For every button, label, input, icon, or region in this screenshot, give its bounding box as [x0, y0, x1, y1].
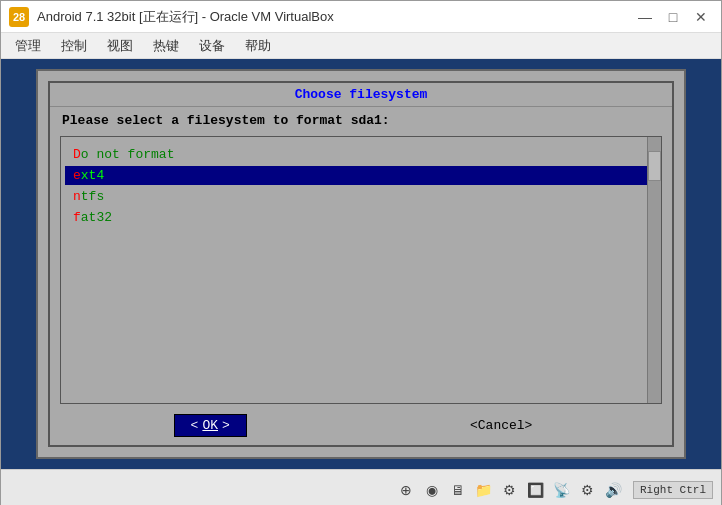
taskbar: ⊕ ◉ 🖥 📁 ⚙ 🔲 📡 ⚙ 🔊 Right Ctrl [1, 469, 721, 505]
list-item-rest-3: at32 [81, 210, 112, 225]
cancel-button[interactable]: <Cancel> [454, 415, 548, 436]
list-item-first-char-3: f [73, 210, 81, 225]
dialog-title: Choose filesystem [50, 83, 672, 107]
taskbar-icon-6[interactable]: 🔲 [525, 479, 547, 501]
menu-item-管理[interactable]: 管理 [5, 34, 51, 58]
taskbar-icon-2[interactable]: ◉ [421, 479, 443, 501]
taskbar-icon-9[interactable]: 🔊 [603, 479, 625, 501]
window-title: Android 7.1 32bit [正在运行] - Oracle VM Vir… [37, 8, 633, 26]
list-item-first-char-1: e [73, 168, 81, 183]
title-bar: 28 Android 7.1 32bit [正在运行] - Oracle VM … [1, 1, 721, 33]
list-item-2[interactable]: ntfs [65, 187, 657, 206]
list-item-0[interactable]: Do not format [65, 145, 657, 164]
menu-item-热键[interactable]: 热键 [143, 34, 189, 58]
ok-button[interactable]: < OK > [174, 414, 247, 437]
taskbar-icon-5[interactable]: ⚙ [499, 479, 521, 501]
menu-item-视图[interactable]: 视图 [97, 34, 143, 58]
menu-item-设备[interactable]: 设备 [189, 34, 235, 58]
ok-arrow-right: > [222, 418, 230, 433]
minimize-button[interactable]: — [633, 7, 657, 27]
taskbar-icon-8[interactable]: ⚙ [577, 479, 599, 501]
ok-label: OK [202, 418, 218, 433]
list-item-rest-1: xt4 [81, 168, 104, 183]
filesystem-dialog: Choose filesystem Please select a filesy… [48, 81, 674, 447]
taskbar-icon-1[interactable]: ⊕ [395, 479, 417, 501]
filesystem-list-container: Do not formatext4ntfsfat32 [60, 136, 662, 404]
list-item-rest-0: o not format [81, 147, 175, 162]
dialog-subtitle: Please select a filesystem to format sda… [50, 107, 672, 134]
vm-area: Choose filesystem Please select a filesy… [1, 59, 721, 469]
scrollbar-thumb[interactable] [648, 151, 661, 181]
taskbar-icon-4[interactable]: 📁 [473, 479, 495, 501]
ok-arrow-left: < [191, 418, 199, 433]
taskbar-icon-7[interactable]: 📡 [551, 479, 573, 501]
window-controls: — □ ✕ [633, 7, 713, 27]
taskbar-icon-3[interactable]: 🖥 [447, 479, 469, 501]
vm-screen: Choose filesystem Please select a filesy… [36, 69, 686, 459]
menu-bar: 管理控制视图热键设备帮助 [1, 33, 721, 59]
taskbar-icons: ⊕ ◉ 🖥 📁 ⚙ 🔲 📡 ⚙ 🔊 Right Ctrl [395, 479, 713, 501]
dialog-buttons: < OK > <Cancel> [50, 406, 672, 445]
main-window: 28 Android 7.1 32bit [正在运行] - Oracle VM … [0, 0, 722, 505]
list-item-3[interactable]: fat32 [65, 208, 657, 227]
close-button[interactable]: ✕ [689, 7, 713, 27]
app-icon: 28 [9, 7, 29, 27]
list-item-1[interactable]: ext4 [65, 166, 657, 185]
maximize-button[interactable]: □ [661, 7, 685, 27]
menu-item-控制[interactable]: 控制 [51, 34, 97, 58]
filesystem-list: Do not formatext4ntfsfat32 [61, 137, 661, 235]
menu-item-帮助[interactable]: 帮助 [235, 34, 281, 58]
right-ctrl-label: Right Ctrl [633, 481, 713, 499]
list-item-rest-2: tfs [81, 189, 104, 204]
list-item-first-char-2: n [73, 189, 81, 204]
list-scrollbar[interactable] [647, 137, 661, 403]
list-item-first-char-0: D [73, 147, 81, 162]
